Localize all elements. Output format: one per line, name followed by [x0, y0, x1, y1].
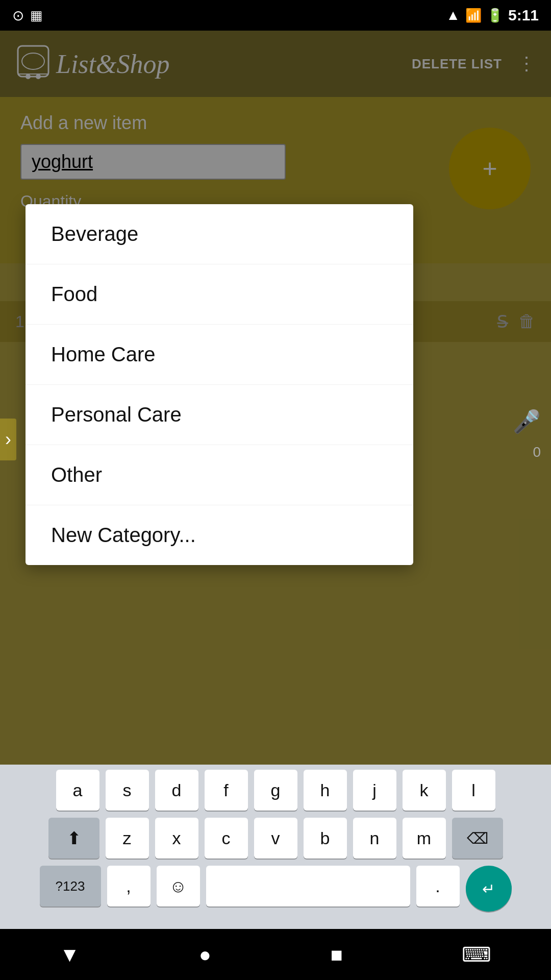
- key-g[interactable]: g: [254, 770, 297, 811]
- key-x[interactable]: x: [155, 818, 198, 859]
- emoji-key[interactable]: ☺: [157, 866, 200, 906]
- battery-icon: 🔋: [487, 8, 503, 23]
- dropdown-item-home-care[interactable]: Home Care: [26, 325, 413, 385]
- key-z[interactable]: z: [106, 818, 149, 859]
- recents-nav-icon[interactable]: ■: [331, 943, 343, 966]
- key-s[interactable]: s: [106, 770, 149, 811]
- keyboard-row-3: ?123 , ☺ . ↵: [0, 866, 551, 912]
- key-h[interactable]: h: [304, 770, 347, 811]
- signal-icon: 📶: [465, 8, 482, 23]
- key-v[interactable]: v: [254, 818, 297, 859]
- key-m[interactable]: m: [403, 818, 446, 859]
- comma-key[interactable]: ,: [107, 866, 151, 906]
- home-nav-icon[interactable]: ●: [199, 943, 211, 966]
- key-f[interactable]: f: [205, 770, 248, 811]
- keyboard-row-1: a s d f g h j k l: [0, 770, 551, 811]
- dropdown-item-new-category[interactable]: New Category...: [26, 505, 413, 565]
- category-dropdown: Beverage Food Home Care Personal Care Ot…: [26, 204, 413, 565]
- keyboard-row-2: ⬆ z x c v b n m ⌫: [0, 818, 551, 859]
- back-nav-icon[interactable]: ▼: [60, 943, 80, 966]
- status-bar-right: ▲ 📶 🔋 5:11: [446, 7, 539, 24]
- backspace-key[interactable]: ⌫: [452, 818, 503, 859]
- numbers-key[interactable]: ?123: [40, 866, 101, 906]
- key-l[interactable]: l: [452, 770, 495, 811]
- key-k[interactable]: k: [403, 770, 446, 811]
- nav-bar: ▼ ● ■ ⌨: [0, 929, 551, 980]
- dropdown-item-personal-care[interactable]: Personal Care: [26, 385, 413, 445]
- shift-key[interactable]: ⬆: [48, 818, 99, 859]
- key-c[interactable]: c: [205, 818, 248, 859]
- status-bar: ⊙ ▦ ▲ 📶 🔋 5:11: [0, 0, 551, 31]
- key-n[interactable]: n: [353, 818, 396, 859]
- wifi-icon: ▲: [446, 7, 460, 23]
- zero-badge: 0: [533, 444, 541, 460]
- side-nav-arrow[interactable]: ›: [0, 419, 16, 460]
- microphone-icon[interactable]: 🎤: [513, 408, 541, 435]
- key-a[interactable]: a: [56, 770, 99, 811]
- key-b[interactable]: b: [304, 818, 347, 859]
- status-bar-left: ⊙ ▦: [12, 7, 43, 24]
- sim-icon: ▦: [30, 8, 43, 23]
- enter-key[interactable]: ↵: [466, 866, 512, 912]
- key-j[interactable]: j: [353, 770, 396, 811]
- dropdown-item-beverage[interactable]: Beverage: [26, 204, 413, 264]
- time-display: 5:11: [508, 7, 539, 24]
- keyboard-nav-icon[interactable]: ⌨: [462, 943, 491, 966]
- keyboard: a s d f g h j k l ⬆ z x c v b n m ⌫ ?123…: [0, 765, 551, 929]
- dropdown-item-other[interactable]: Other: [26, 445, 413, 505]
- period-key[interactable]: .: [416, 866, 460, 906]
- key-d[interactable]: d: [155, 770, 198, 811]
- dropdown-item-food[interactable]: Food: [26, 264, 413, 325]
- space-key[interactable]: [206, 866, 410, 906]
- circle-icon: ⊙: [12, 7, 24, 24]
